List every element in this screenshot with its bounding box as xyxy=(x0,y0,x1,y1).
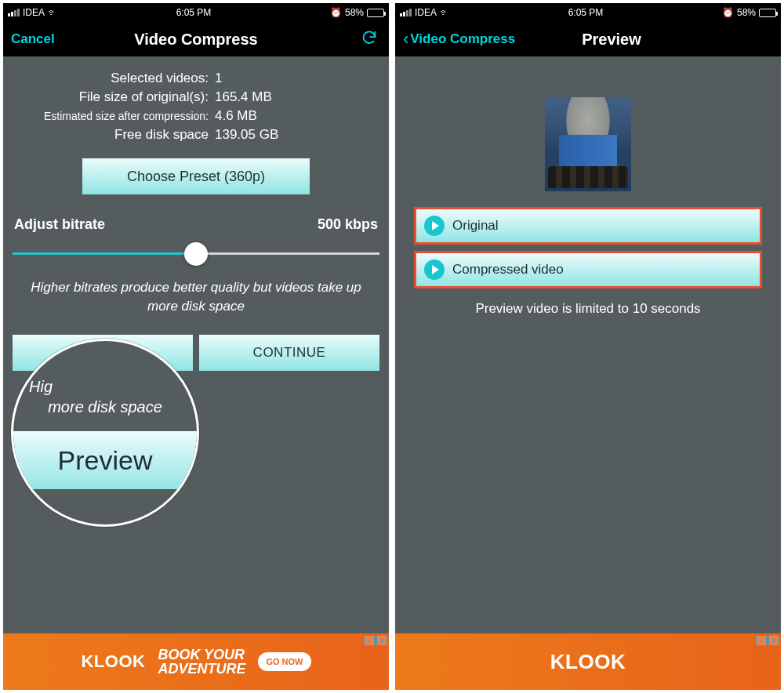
play-icon xyxy=(424,216,445,236)
info-selected: Selected videos: 1 xyxy=(13,71,379,86)
carrier-label: IDEA xyxy=(23,7,45,18)
clock: 6:05 PM xyxy=(568,7,604,18)
chevron-left-icon: ‹ xyxy=(403,31,408,48)
battery-pct: 58% xyxy=(737,7,756,18)
bitrate-row: Adjust bitrate 500 kbps xyxy=(13,216,379,233)
back-label: Video Compress xyxy=(410,31,515,47)
ad-close-icon[interactable]: ✕ xyxy=(376,635,387,646)
info-free-space: Free disk space 139.05 GB xyxy=(13,127,379,143)
value: 1 xyxy=(215,71,222,86)
label: Estimated size after compression: xyxy=(13,110,209,122)
ad-brand: KLOOK xyxy=(550,650,626,674)
battery-pct: 58% xyxy=(345,7,364,18)
phone-left: IDEA ᯤ 6:05 PM ⏰ 58% Cancel Video Compre… xyxy=(3,3,389,690)
info-estimated-size: Estimated size after compression: 4.6 MB xyxy=(13,108,379,124)
label: Selected videos: xyxy=(13,71,209,86)
info-original-size: File size of original(s): 165.4 MB xyxy=(13,89,379,105)
ad-info-icon[interactable]: i xyxy=(756,635,767,646)
magnifier-overlay: Hig more disk space Preview xyxy=(11,339,199,527)
nav-bar: ‹ Video Compress Preview xyxy=(395,22,781,56)
wifi-icon: ᯤ xyxy=(48,7,57,18)
play-original-button[interactable]: Original xyxy=(414,207,762,245)
video-thumbnail[interactable] xyxy=(545,97,631,191)
choose-preset-button[interactable]: Choose Preset (360p) xyxy=(82,158,310,194)
ad-tagline: BOOK YOURADVENTURE xyxy=(158,648,245,676)
ad-banner[interactable]: i ✕ KLOOK xyxy=(395,633,781,690)
wifi-icon: ᯤ xyxy=(440,7,449,18)
ad-brand: KLOOK xyxy=(81,651,145,672)
ad-info-icon[interactable]: i xyxy=(364,635,375,646)
page-title: Preview xyxy=(582,31,641,49)
bitrate-value: 500 kbps xyxy=(318,216,378,233)
main-content: Selected videos: 1 File size of original… xyxy=(3,56,389,633)
ad-close-icon[interactable]: ✕ xyxy=(768,635,779,646)
phone-right: IDEA ᯤ 6:05 PM ⏰ 58% ‹ Video Compress Pr… xyxy=(395,3,781,690)
value: 4.6 MB xyxy=(215,108,257,124)
battery-icon xyxy=(759,9,776,17)
value: 165.4 MB xyxy=(215,89,272,105)
preview-limit-note: Preview video is limited to 10 seconds xyxy=(395,301,781,317)
mag-hint-frag: Hig xyxy=(29,376,53,397)
battery-icon xyxy=(367,9,384,17)
signal-icon xyxy=(400,9,412,16)
status-bar: IDEA ᯤ 6:05 PM ⏰ 58% xyxy=(395,3,781,22)
play-icon xyxy=(424,259,445,280)
bitrate-hint: Higher bitrates produce better quality b… xyxy=(13,278,379,316)
refresh-button[interactable] xyxy=(361,29,378,50)
page-title: Video Compress xyxy=(134,31,257,49)
option-label: Compressed video xyxy=(452,262,564,278)
main-content: Original Compressed video Preview video … xyxy=(395,56,781,633)
alarm-icon: ⏰ xyxy=(330,7,342,18)
nav-bar: Cancel Video Compress xyxy=(3,22,389,56)
continue-button[interactable]: CONTINUE xyxy=(199,335,379,371)
cancel-button[interactable]: Cancel xyxy=(11,31,55,47)
mag-hint-frag2: more disk space xyxy=(13,397,197,417)
bitrate-label: Adjust bitrate xyxy=(14,216,105,233)
carrier-label: IDEA xyxy=(415,7,437,18)
play-compressed-button[interactable]: Compressed video xyxy=(414,251,762,288)
option-label: Original xyxy=(452,218,499,234)
magnified-preview-button[interactable]: Preview xyxy=(13,431,197,489)
status-bar: IDEA ᯤ 6:05 PM ⏰ 58% xyxy=(3,3,389,22)
value: 139.05 GB xyxy=(215,127,278,143)
label: Free disk space xyxy=(13,127,209,143)
ad-cta-button[interactable]: GO NOW xyxy=(258,652,310,671)
signal-icon xyxy=(8,9,20,16)
ad-banner[interactable]: i ✕ KLOOK BOOK YOURADVENTURE GO NOW xyxy=(3,633,389,690)
label: File size of original(s): xyxy=(13,89,209,105)
clock: 6:05 PM xyxy=(176,7,212,18)
bitrate-slider[interactable] xyxy=(13,242,379,266)
back-button[interactable]: ‹ Video Compress xyxy=(403,31,515,48)
alarm-icon: ⏰ xyxy=(722,7,734,18)
